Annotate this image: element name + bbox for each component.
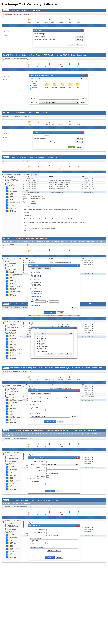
tree-node[interactable]: 📁Junk E-mail [2,197,22,198]
auth-button[interactable]: … [46,476,49,478]
mail-check[interactable] [23,188,24,189]
tree-node[interactable]: 📁Outbox [2,546,22,548]
tree-node[interactable]: 📁Finder [2,528,22,529]
ok-button[interactable]: OK [57,353,64,355]
tree-node[interactable]: 📁Deleted Items [2,338,22,339]
help-button[interactable]: ?Help [76,18,81,23]
tree-node[interactable]: 📁Common Views [2,261,22,262]
tree-node[interactable]: 📁ExchangeSyncData [2,526,22,528]
tree-node[interactable]: 📁Quick Step Settings [2,286,22,287]
open-button[interactable]: 📂Open [27,63,32,68]
office365-button[interactable]: ☁Office 365 [58,376,63,380]
office365-button[interactable]: ☁Office 365 [58,63,63,68]
folder-item[interactable]: 📁backup 1 [44,82,50,88]
file-menu[interactable]: File [2,508,106,510]
mail-check[interactable] [23,533,24,534]
opt-pst[interactable] [31,274,32,276]
mail-row[interactable]: user@domain.com Recovery OST File With s… [22,186,106,188]
mail-row[interactable]: Inbox [Draft] 5/15/2015 1:45:11 PM [22,322,106,324]
tree-node[interactable]: 📁Tasks [2,487,22,489]
about-button[interactable]: ℹAbout [67,376,72,380]
export-button[interactable]: ⎘Export [36,249,41,254]
chk-date-filter[interactable] [31,407,32,408]
mail-check[interactable] [23,529,24,530]
open-button[interactable]: 📂Open [27,165,32,170]
opt-vcard[interactable] [31,291,32,292]
mail-row[interactable]: Microsoft Outlook... Microsoft Outlook S… [22,180,106,182]
opt-emlx[interactable] [31,285,32,286]
mail-check[interactable] [23,273,24,274]
tree-node[interactable]: 📁ExchangeSyncData [2,264,22,266]
close-icon[interactable]: ✕ [81,132,83,134]
mail-check[interactable] [23,390,24,391]
tab-property[interactable]: Property [31,173,39,176]
date-to[interactable] [49,483,59,485]
close-icon[interactable]: ✕ [81,30,83,31]
tree-node[interactable]: 📁Junk E-mail [2,344,22,345]
mail-check[interactable] [23,324,24,326]
file-menu[interactable]: File [2,118,106,120]
tree-node[interactable]: 📁Suggested Contacts [2,290,22,292]
tree-node[interactable]: 📁IPM_SUBTREE [2,332,22,333]
cancel-file-button[interactable]: Cancel [80,101,87,104]
file-menu[interactable]: File [2,440,106,442]
up-icon[interactable]: ⬆ [84,78,85,79]
help-button[interactable]: ?Help [76,120,81,125]
tree-node[interactable]: 📁Tasks [2,420,22,422]
tab-naming[interactable]: Naming Convention [36,268,51,270]
mail-check[interactable] [23,268,24,269]
mail-check[interactable] [23,260,24,261]
tree-node[interactable]: 📁Deleted Items [2,537,22,538]
tree-node[interactable]: 📁Contacts [2,398,22,400]
about-button[interactable]: ℹAbout [67,511,72,516]
tree-node[interactable]: 📁Sent Items [2,289,22,290]
user-input[interactable] [46,466,78,469]
next-button[interactable]: Next [68,44,75,46]
tree-node[interactable]: 📁Journal [2,280,22,281]
folder-item[interactable]: 📁backup 2 [52,82,58,88]
tree-node[interactable]: 📁Calendar [2,532,22,534]
tree-root[interactable]: 📁C:\Users\new outlook data2016.ost [2,320,22,322]
cancel-button[interactable]: Cancel [65,353,72,355]
path-input[interactable] [50,36,74,38]
tree-node[interactable]: 📁Sync Issues [2,554,22,555]
mail-check[interactable] [23,465,24,466]
file-menu[interactable]: File [2,162,106,164]
mail-check[interactable] [23,190,24,191]
tab-message[interactable]: Message [23,173,31,176]
tree-node[interactable]: 📁Inbox [2,194,22,196]
mail-check[interactable] [23,332,24,333]
tree-node[interactable]: 📁Freebusy Data [2,461,22,462]
tree-node[interactable]: 📁ExchangeSyncData [2,180,22,182]
tree-node[interactable]: 📁Freebusy Data [2,330,22,332]
tree-node[interactable]: 📁Inbox [2,540,22,541]
open-button[interactable]: 📂Open [27,120,32,125]
tree-node[interactable]: 📁News Feed [2,422,22,423]
mail-check[interactable] [23,269,24,270]
mail-check[interactable] [23,271,24,272]
tree-node[interactable]: 📁Junk E-mail [2,475,22,476]
tree-node[interactable]: 📁RSS Feeds [2,481,22,482]
tree-node[interactable]: 📁Calendar [2,270,22,272]
date-from[interactable] [35,300,45,302]
tree-node[interactable]: ▸👤Admin [36,341,72,342]
tree-node[interactable]: 📁News Feed [2,211,22,212]
mail-check[interactable] [23,388,24,389]
date-from[interactable] [35,542,45,544]
tree-node[interactable]: 📁Deferred Action [2,325,22,327]
tree-node[interactable]: 📁Freebusy Data [2,529,22,530]
about-button[interactable]: ℹAbout [67,18,72,23]
opt-msg[interactable] [57,397,58,399]
server-button[interactable]: 🗄Exchange Server [45,376,54,380]
mail-check[interactable] [23,322,24,324]
export-button[interactable]: ⎘Export [36,165,41,170]
tree-node[interactable]: 📁IPM_SUBTREE [2,185,22,186]
mail-check[interactable] [23,386,24,388]
tab-export[interactable]: Export [29,268,36,270]
tree-node[interactable]: 📁ExchangeSyncData [2,391,22,392]
open-button[interactable]: 📂Open [27,249,32,254]
mail-row[interactable]: user@domain.com Demo Converters Of OST T… [22,182,106,184]
show-password-chk[interactable] [46,534,48,537]
tree-node[interactable]: 📁Outbox [2,411,22,412]
tree-node[interactable]: 📁News Feed [2,358,22,359]
